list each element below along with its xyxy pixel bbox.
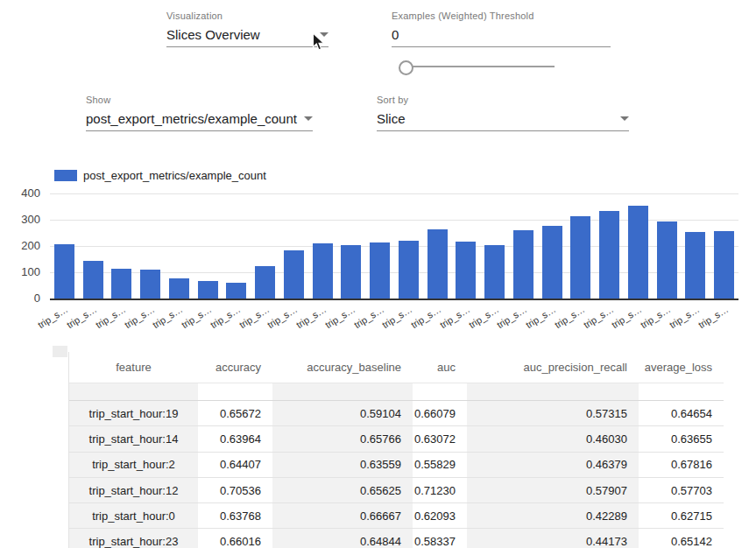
filter-cell	[69, 383, 198, 400]
filter-cell	[272, 383, 413, 400]
table-cell: 0.65766	[272, 426, 413, 451]
filter-cell	[413, 383, 467, 400]
table-cell: 0.46379	[467, 453, 639, 477]
bar[interactable]	[370, 242, 390, 299]
sort-by-select[interactable]: Sort by Slice	[377, 95, 629, 131]
y-axis-tick-label: 400	[11, 186, 40, 200]
bar[interactable]	[599, 211, 619, 299]
table-cell: 0.66667	[272, 503, 413, 528]
table-row[interactable]: trip_start_hour:00.637680.666670.620930.…	[69, 503, 724, 529]
mouse-cursor-icon	[312, 32, 326, 52]
show-label: Show	[86, 95, 313, 105]
bar-slot	[423, 193, 452, 299]
bar[interactable]	[657, 221, 677, 299]
bar[interactable]	[54, 244, 74, 299]
y-axis-tick-label: 100	[11, 265, 40, 278]
table-cell: 0.58337	[413, 529, 467, 548]
bar[interactable]	[570, 216, 590, 299]
column-header-auc_precision_recall[interactable]: auc_precision_recall	[467, 352, 639, 383]
table-cell: 0.70536	[198, 478, 272, 502]
bar-slot	[710, 193, 738, 299]
bar[interactable]	[399, 241, 419, 299]
show-metric-select[interactable]: Show post_export_metrics/example_count	[86, 95, 313, 131]
visualization-select[interactable]: Visualization Slices Overview	[166, 11, 329, 47]
table-cell: 0.67816	[639, 453, 724, 477]
filter-cell	[198, 383, 272, 400]
bar[interactable]	[542, 226, 562, 299]
table-cell: 0.55829	[413, 453, 467, 477]
column-header-auc[interactable]: auc	[413, 352, 467, 383]
bar[interactable]	[313, 243, 333, 299]
legend-swatch	[54, 170, 77, 181]
table-row[interactable]: trip_start_hour:230.660160.648440.583370…	[69, 529, 724, 548]
bar-slot	[136, 193, 165, 299]
bar[interactable]	[513, 230, 533, 299]
bar[interactable]	[169, 278, 189, 299]
bar-slot	[452, 193, 481, 299]
bar-slot	[365, 193, 394, 299]
bar[interactable]	[284, 250, 304, 299]
bar[interactable]	[427, 229, 448, 299]
bar[interactable]	[484, 245, 505, 299]
table-row[interactable]: trip_start_hour:20.644070.635590.558290.…	[69, 453, 724, 478]
table-cell: trip_start_hour:19	[69, 401, 198, 425]
bar-slot	[624, 193, 653, 299]
table-scroll-corner	[53, 346, 67, 357]
table-cell: 0.63072	[413, 426, 467, 451]
chart-plot	[50, 193, 738, 300]
bar-slot	[79, 193, 108, 299]
column-header-accuracy_baseline[interactable]: accuracy_baseline	[272, 352, 413, 383]
bar[interactable]	[198, 281, 218, 299]
threshold-input[interactable]: Examples (Weighted) Threshold 0	[392, 11, 611, 47]
table-cell: trip_start_hour:14	[69, 426, 198, 451]
bar[interactable]	[255, 266, 275, 299]
bar[interactable]	[714, 231, 734, 299]
filter-cell	[467, 383, 639, 400]
table-cell: 0.63655	[639, 426, 724, 451]
table-cell: trip_start_hour:2	[69, 453, 198, 477]
table-row[interactable]: trip_start_hour:120.705360.656250.712300…	[69, 478, 724, 503]
visualization-value: Slices Overview	[166, 27, 260, 42]
table-cell: 0.62715	[639, 503, 724, 528]
bar-slot	[567, 193, 596, 299]
bar-series	[50, 193, 738, 299]
table-cell: trip_start_hour:12	[69, 478, 198, 502]
bar-slot	[509, 193, 538, 299]
bar-chart: post_export_metrics/example_count 010020…	[0, 162, 756, 350]
table-cell: 0.42289	[467, 503, 639, 528]
bar[interactable]	[456, 242, 476, 299]
threshold-slider[interactable]	[399, 58, 558, 75]
bar-slot	[279, 193, 308, 299]
table-cell: 0.66079	[413, 401, 467, 425]
filter-cell	[639, 383, 724, 400]
table-filter-row	[69, 383, 724, 401]
table-cell: trip_start_hour:23	[69, 529, 198, 548]
bar[interactable]	[685, 232, 705, 299]
table-cell: 0.57315	[467, 401, 639, 425]
slider-handle[interactable]	[399, 60, 413, 75]
table-cell: 0.57703	[639, 478, 724, 502]
table-row[interactable]: trip_start_hour:140.639640.657660.630720…	[69, 426, 724, 452]
slider-track[interactable]	[404, 66, 555, 67]
bar[interactable]	[341, 245, 361, 299]
table-cell: 0.63964	[198, 426, 272, 451]
table-cell: 0.59104	[272, 401, 413, 425]
bar[interactable]	[628, 206, 648, 299]
bar-slot	[308, 193, 337, 299]
bar[interactable]	[226, 283, 246, 299]
table-cell: 0.46030	[467, 426, 639, 451]
column-header-accuracy[interactable]: accuracy	[198, 352, 272, 383]
bar-slot	[50, 193, 79, 299]
table-cell: 0.57907	[467, 478, 639, 502]
table-cell: 0.64654	[639, 401, 724, 425]
table-cell: 0.63768	[198, 503, 272, 528]
visualization-label: Visualization	[166, 11, 329, 21]
legend-label: post_export_metrics/example_count	[83, 169, 266, 182]
bar[interactable]	[140, 270, 160, 299]
column-header-feature[interactable]: feature	[69, 352, 198, 383]
bar[interactable]	[111, 269, 131, 299]
column-header-average_loss[interactable]: average_loss	[639, 352, 724, 383]
bar[interactable]	[83, 261, 103, 299]
table-row[interactable]: trip_start_hour:190.656720.591040.660790…	[69, 401, 724, 426]
table-cell: 0.65625	[272, 478, 413, 502]
